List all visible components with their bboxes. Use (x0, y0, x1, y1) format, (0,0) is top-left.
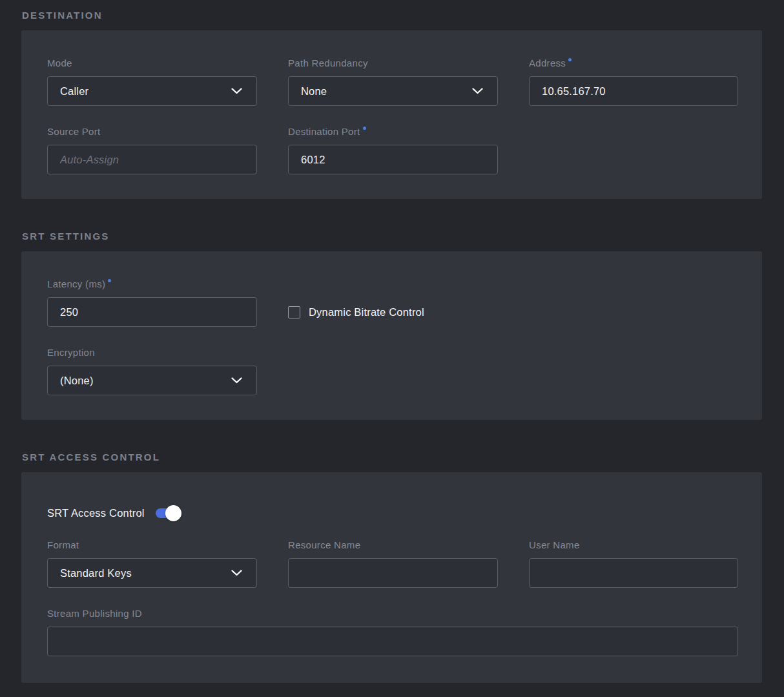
srt-access-control-toggle-label: SRT Access Control (47, 507, 145, 519)
resource-name-input[interactable] (288, 558, 498, 588)
latency-input[interactable] (47, 297, 257, 327)
srt-access-control-section-title: SRT ACCESS CONTROL (22, 452, 762, 463)
path-redundancy-label: Path Redundancy (288, 57, 498, 69)
address-label: Address (529, 57, 738, 69)
destination-port-field: Destination Port (288, 126, 498, 174)
spacer-cell (529, 278, 738, 327)
destination-section: DESTINATION Mode Caller Path Redundancy … (21, 10, 762, 199)
encryption-select-value: (None) (60, 375, 94, 387)
latency-label: Latency (ms) (47, 278, 257, 290)
destination-panel: Mode Caller Path Redundancy None Address… (21, 30, 762, 199)
path-redundancy-select[interactable]: None (288, 76, 498, 106)
chevron-down-icon (231, 88, 242, 94)
dynamic-bitrate-control-field: Dynamic Bitrate Control (288, 297, 498, 327)
path-redundancy-field: Path Redundancy None (288, 57, 498, 106)
srt-access-control-toggle[interactable] (156, 508, 180, 518)
chevron-down-icon (231, 377, 242, 384)
spacer-cell (288, 347, 498, 395)
spacer-cell (529, 126, 738, 174)
format-select[interactable]: Standard Keys (47, 558, 257, 588)
address-field: Address (529, 57, 738, 106)
encryption-label: Encryption (47, 347, 257, 359)
path-redundancy-select-value: None (301, 85, 327, 98)
destination-port-input[interactable] (288, 145, 498, 174)
srt-settings-section-title: SRT SETTINGS (22, 231, 762, 242)
mode-select[interactable]: Caller (47, 76, 257, 106)
user-name-field: User Name (529, 539, 738, 588)
latency-field: Latency (ms) (47, 278, 257, 327)
user-name-input[interactable] (529, 558, 738, 588)
resource-name-field: Resource Name (288, 539, 498, 588)
source-port-label: Source Port (47, 126, 257, 138)
required-dot (108, 279, 111, 282)
format-field: Format Standard Keys (47, 539, 257, 588)
srt-access-control-toggle-row: SRT Access Control (47, 507, 738, 519)
user-name-label: User Name (529, 539, 738, 551)
required-dot (363, 127, 366, 130)
stream-publishing-id-label: Stream Publishing ID (47, 608, 738, 619)
chevron-down-icon (231, 570, 242, 576)
srt-access-control-section: SRT ACCESS CONTROL SRT Access Control Fo… (21, 452, 762, 683)
toggle-knob (165, 505, 181, 521)
destination-port-label: Destination Port (288, 126, 498, 138)
encryption-field: Encryption (None) (47, 347, 257, 395)
mode-select-value: Caller (60, 85, 88, 98)
dynamic-bitrate-control-label: Dynamic Bitrate Control (309, 306, 424, 318)
source-port-field: Source Port (47, 126, 257, 174)
stream-publishing-id-field: Stream Publishing ID (47, 608, 738, 656)
dynamic-bitrate-control-checkbox[interactable] (288, 306, 300, 318)
source-port-input[interactable] (47, 145, 257, 174)
mode-label: Mode (47, 57, 257, 69)
access-fields-row: Format Standard Keys Resource Name User … (47, 539, 738, 588)
format-select-value: Standard Keys (60, 567, 132, 579)
chevron-down-icon (472, 88, 483, 94)
mode-field: Mode Caller (47, 57, 257, 106)
address-input[interactable] (529, 76, 738, 106)
resource-name-label: Resource Name (288, 539, 498, 551)
stream-publishing-id-input[interactable] (47, 627, 738, 656)
required-dot (568, 58, 572, 61)
destination-section-title: DESTINATION (22, 10, 762, 21)
encryption-select[interactable]: (None) (47, 366, 257, 395)
srt-access-control-panel: SRT Access Control Format Standard Keys … (21, 472, 762, 683)
srt-settings-section: SRT SETTINGS Latency (ms) Dynamic Bitrat… (21, 231, 762, 420)
format-label: Format (47, 539, 257, 551)
spacer-cell (529, 347, 738, 395)
srt-settings-panel: Latency (ms) Dynamic Bitrate Control Enc… (21, 251, 762, 420)
